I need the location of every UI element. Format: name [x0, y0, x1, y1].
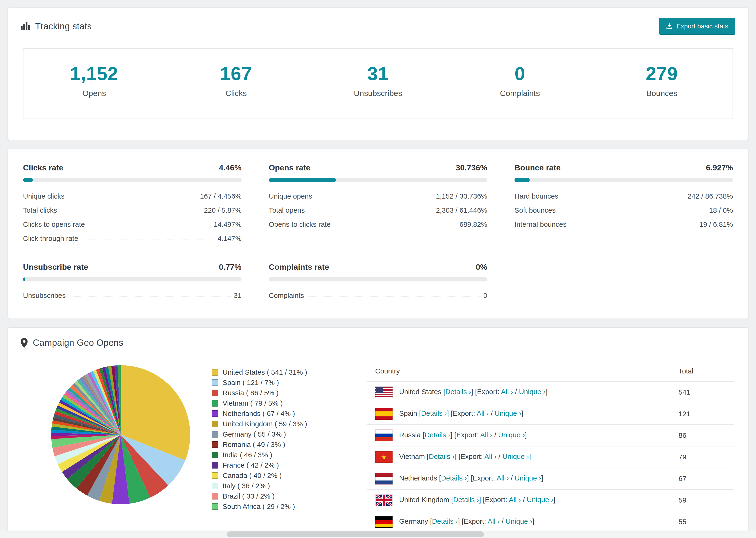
- export-all-link[interactable]: All ›: [477, 409, 489, 417]
- country-name: United States: [399, 388, 441, 396]
- geo-total: 121: [678, 403, 734, 425]
- details-link[interactable]: Details ›: [445, 388, 471, 396]
- details-link[interactable]: Details ›: [421, 409, 447, 417]
- legend-item: Brazil ( 33 / 2% ): [212, 491, 353, 501]
- details-link[interactable]: Details ›: [429, 453, 455, 460]
- details-link[interactable]: Details ›: [441, 474, 467, 482]
- dotted-leader: [307, 211, 433, 211]
- dotted-leader: [69, 296, 231, 296]
- export-bracket-close: ]: [521, 409, 523, 417]
- export-all-link[interactable]: All ›: [484, 453, 497, 460]
- legend-item: Netherlands ( 67 / 4% ): [212, 408, 353, 419]
- dotted-leader: [561, 197, 685, 197]
- legend-swatch: [212, 452, 218, 458]
- geo-total: 79: [678, 446, 734, 468]
- stat-box: 279 Bounces: [591, 49, 732, 119]
- rate-value: 0%: [476, 262, 487, 272]
- export-bracket-open: [: [469, 474, 473, 482]
- stat-label: Complaints: [453, 89, 587, 98]
- export-basic-stats-button[interactable]: Export basic stats: [659, 18, 735, 35]
- horizontal-scrollbar-thumb[interactable]: [227, 531, 484, 537]
- flag-canton: [376, 387, 383, 393]
- progress-bar: [23, 178, 242, 182]
- export-unique-link[interactable]: Unique ›: [514, 474, 541, 482]
- export-label: Export:: [456, 431, 480, 439]
- export-all-link[interactable]: All ›: [488, 517, 500, 525]
- progress-fill: [514, 178, 529, 182]
- rate-block: Clicks rate 4.46% Unique clicks 167 / 4.…: [23, 163, 242, 245]
- metric-row: Total clicks 220 / 5.87%: [23, 203, 242, 217]
- export-all-link[interactable]: All ›: [509, 496, 521, 504]
- export-label: Export:: [485, 496, 509, 504]
- rate-rows: Hard bounces 242 / 86.738% Soft bounces …: [514, 189, 733, 232]
- metric-value: 0: [483, 292, 487, 299]
- dotted-leader: [67, 197, 197, 197]
- legend-item: Romania ( 49 / 3% ): [212, 439, 353, 450]
- metric-label: Unsubscribes: [23, 292, 66, 299]
- horizontal-scrollbar[interactable]: [0, 530, 756, 538]
- rate-title: Clicks rate: [23, 163, 63, 172]
- details-bracket-open: [: [421, 431, 425, 439]
- rate-rows: Unique opens 1,152 / 30.736% Total opens…: [269, 189, 487, 232]
- export-all-link[interactable]: All ›: [501, 388, 513, 396]
- country-flag: [375, 517, 399, 525]
- country-flag: [375, 431, 399, 439]
- geo-body: United States ( 541 / 31% ) Spain ( 121 …: [8, 358, 748, 533]
- details-bracket-close: ]: [450, 431, 452, 439]
- export-unique-link[interactable]: Unique ›: [498, 431, 525, 439]
- export-label: Export:: [453, 409, 477, 417]
- export-unique-link[interactable]: Unique ›: [503, 453, 529, 460]
- metric-row: Total opens 2,303 / 61.446%: [269, 203, 487, 217]
- details-link[interactable]: Details ›: [432, 517, 458, 525]
- rates-grid: Clicks rate 4.46% Unique clicks 167 / 4.…: [23, 163, 733, 302]
- legend-label: Germany ( 55 / 3% ): [223, 430, 286, 438]
- metric-label: Total opens: [269, 206, 305, 214]
- metric-row: Opens to clicks rate 689.82%: [269, 217, 487, 232]
- dotted-leader: [87, 225, 211, 225]
- legend-item: United Kingdom ( 59 / 3% ): [212, 419, 353, 429]
- details-bracket-open: [: [428, 517, 432, 525]
- metric-value: 167 / 4.456%: [200, 192, 242, 200]
- geo-total: 67: [678, 468, 734, 489]
- legend-label: Russia ( 86 / 5% ): [223, 389, 279, 397]
- stat-box: 31 Unsubscribes: [307, 49, 449, 119]
- details-bracket-open: [: [425, 453, 429, 460]
- export-unique-link[interactable]: Unique ›: [527, 496, 553, 504]
- country-flag: ★: [375, 453, 399, 460]
- progress-bar: [269, 277, 487, 282]
- stat-label: Opens: [27, 89, 161, 98]
- export-bracket-open: [: [481, 496, 485, 504]
- export-bracket-open: [: [449, 409, 453, 417]
- page: Tracking stats Export basic stats 1,152 …: [0, 0, 756, 538]
- legend-item: South Africa ( 29 / 2% ): [212, 501, 353, 512]
- export-label: Export:: [477, 388, 501, 396]
- export-all-link[interactable]: All ›: [497, 474, 509, 482]
- rate-head: Unsubscribe rate 0.77%: [23, 262, 242, 272]
- rate-rows: Unsubscribes 31: [23, 289, 242, 302]
- details-bracket-close: ]: [447, 409, 449, 417]
- country-name: Netherlands: [399, 474, 437, 482]
- export-separator: /: [497, 453, 503, 460]
- stat-label: Bounces: [595, 89, 729, 98]
- rate-head: Clicks rate 4.46%: [23, 163, 242, 172]
- export-unique-link[interactable]: Unique ›: [495, 409, 521, 417]
- dotted-leader: [307, 296, 481, 296]
- metric-label: Soft bounces: [514, 206, 556, 214]
- details-link[interactable]: Details ›: [453, 496, 479, 504]
- legend-swatch: [212, 472, 218, 479]
- rates-card: Clicks rate 4.46% Unique clicks 167 / 4.…: [8, 149, 748, 319]
- legend-label: United States ( 541 / 31% ): [223, 368, 307, 376]
- details-link[interactable]: Details ›: [424, 431, 450, 439]
- legend-label: Spain ( 121 / 7% ): [223, 379, 279, 387]
- export-unique-link[interactable]: Unique ›: [506, 517, 532, 525]
- metric-value: 14.497%: [214, 220, 242, 228]
- rate-block: Complaints rate 0% Complaints 0: [269, 262, 487, 302]
- legend-swatch: [212, 390, 218, 396]
- export-all-link[interactable]: All ›: [480, 431, 492, 439]
- geo-header: Campaign Geo Opens: [8, 328, 748, 358]
- metric-label: Unique opens: [269, 192, 312, 200]
- country-name: Germany: [399, 517, 428, 525]
- geo-table-row: United States [Details ›] [Export: All ›…: [367, 381, 734, 403]
- metric-row: Hard bounces 242 / 86.738%: [514, 189, 733, 203]
- export-unique-link[interactable]: Unique ›: [519, 388, 545, 396]
